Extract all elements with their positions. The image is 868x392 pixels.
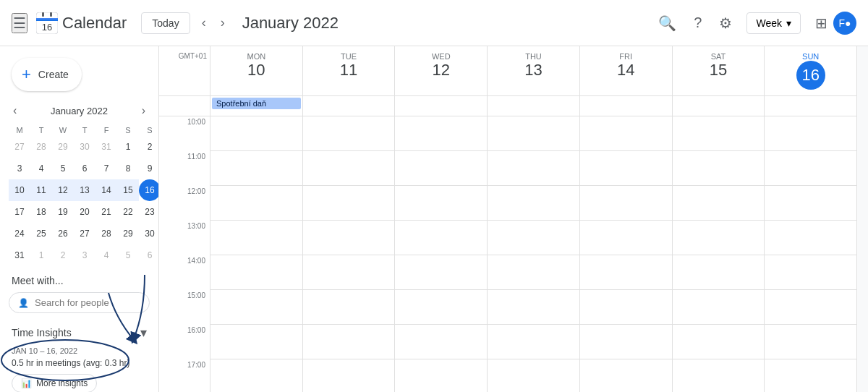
mini-cal-day[interactable]: 15 [117, 179, 139, 201]
hour-mon-10 [210, 116, 302, 151]
mini-cal-day[interactable]: 12 [52, 179, 74, 201]
grid-col-sat[interactable] [672, 116, 765, 392]
mini-cal-day[interactable]: 3 [74, 244, 95, 266]
search-icon[interactable]: 🔍 [652, 9, 682, 38]
day-header-fri[interactable]: FRI 14 [579, 46, 672, 95]
mini-cal-day[interactable]: 30 [74, 136, 95, 158]
mini-cal-day[interactable]: 28 [95, 223, 117, 244]
mini-cal-day[interactable]: 21 [95, 201, 117, 223]
chevron-down-icon: ▾ [786, 17, 791, 29]
hour-mon-13 [210, 221, 302, 255]
create-button[interactable]: + Create [12, 58, 82, 91]
more-insights-button[interactable]: 📊 More insights [12, 374, 97, 392]
mini-cal-day[interactable]: 16 [139, 179, 159, 201]
help-icon[interactable]: ? [688, 9, 707, 37]
day-num-sun: 16 [796, 61, 825, 90]
settings-icon[interactable]: ⚙ [713, 9, 738, 38]
all-day-label [159, 96, 210, 116]
today-button[interactable]: Today [141, 12, 190, 34]
mini-cal-day[interactable]: 19 [52, 201, 74, 223]
mini-cal-day[interactable]: 4 [95, 244, 117, 266]
grid-col-sun[interactable] [764, 116, 856, 392]
mini-cal-day[interactable]: 23 [139, 201, 159, 223]
mini-cal-day[interactable]: 2 [52, 244, 74, 266]
day-header-sun[interactable]: SUN 16 [764, 46, 856, 95]
all-day-cell-wed[interactable] [394, 96, 487, 116]
mini-cal-prev[interactable]: ‹ [9, 103, 21, 119]
day-header-tue[interactable]: TUE 11 [302, 46, 395, 95]
day-header-wed[interactable]: WED 12 [394, 46, 487, 95]
mini-cal-day[interactable]: 2 [139, 136, 159, 158]
day-name-fri: FRI [583, 52, 669, 61]
insights-stat: 0.5 hr in meetings (avg: 0.3 hr) [0, 358, 158, 374]
mini-cal-day[interactable]: 6 [139, 244, 159, 266]
mini-cal-day[interactable]: 20 [74, 201, 95, 223]
search-people-input[interactable] [35, 297, 140, 308]
mini-cal-day[interactable]: 4 [30, 158, 52, 179]
app-wrapper: ☰ 16 Calendar Today ‹ › January 2022 🔍 ?… [0, 0, 868, 392]
mini-cal-next[interactable]: › [137, 103, 150, 119]
menu-icon[interactable]: ☰ [12, 13, 27, 33]
mini-cal-day[interactable]: 22 [117, 201, 139, 223]
mini-cal-day[interactable]: 7 [95, 158, 117, 179]
day-num-sat: 15 [676, 61, 762, 80]
mini-cal-day[interactable]: 31 [95, 136, 117, 158]
next-arrow[interactable]: › [215, 12, 231, 33]
mini-cal-day[interactable]: 1 [117, 136, 139, 158]
mini-cal-day[interactable]: 26 [52, 223, 74, 244]
time-label-15: 15:00 [159, 290, 210, 325]
grid-col-tue[interactable] [302, 116, 395, 392]
day-header-mon[interactable]: MON 10 [210, 46, 302, 95]
mini-cal-day[interactable]: 8 [117, 158, 139, 179]
mini-cal-day[interactable]: 18 [30, 201, 52, 223]
day-header-sat[interactable]: SAT 15 [672, 46, 765, 95]
day-name-tue: TUE [306, 52, 392, 61]
grid-col-thu[interactable] [487, 116, 579, 392]
mini-cal-day[interactable]: 25 [30, 223, 52, 244]
all-day-cell-mon[interactable]: Spotřební daň [210, 96, 302, 116]
svg-text:16: 16 [42, 22, 52, 33]
day-header-thu[interactable]: THU 13 [487, 46, 579, 95]
grid-col-wed[interactable] [394, 116, 487, 392]
mini-cal-day[interactable]: 17 [9, 201, 30, 223]
time-label-12: 12:00 [159, 186, 210, 221]
all-day-cell-tue[interactable] [302, 96, 395, 116]
all-day-event[interactable]: Spotřební daň [212, 98, 301, 109]
mini-cal-day[interactable]: 29 [52, 136, 74, 158]
mini-cal-day[interactable]: 3 [9, 158, 30, 179]
all-day-cell-sun[interactable] [764, 96, 856, 116]
all-day-cell-thu[interactable] [487, 96, 579, 116]
grid-col-mon[interactable] [210, 116, 302, 392]
mini-cal-day[interactable]: 5 [52, 158, 74, 179]
day-name-wed: WED [398, 52, 484, 61]
mini-cal-day[interactable]: 27 [9, 136, 30, 158]
mini-cal-day[interactable]: 30 [139, 223, 159, 244]
grid-col-fri[interactable] [579, 116, 672, 392]
mini-cal-grid: M T W T F S S 27282930311234567891011121… [9, 124, 159, 266]
mini-cal-day[interactable]: 13 [74, 179, 95, 201]
all-day-cell-fri[interactable] [579, 96, 672, 116]
calendar-area: GMT+01 MON 10 TUE 11 WED 12 THU 13 [159, 46, 856, 392]
mini-cal-day[interactable]: 28 [30, 136, 52, 158]
search-people-box[interactable]: 👤 [9, 292, 150, 313]
mini-cal-day[interactable]: 9 [139, 158, 159, 179]
grid-view-icon[interactable]: ⊞ [809, 9, 833, 38]
mini-calendar: ‹ January 2022 › M T W T F S S [0, 103, 158, 266]
mini-cal-day[interactable]: 14 [95, 179, 117, 201]
mini-cal-day[interactable]: 5 [117, 244, 139, 266]
collapse-insights-button[interactable]: ▾ [140, 325, 147, 341]
all-day-cell-sat[interactable] [672, 96, 765, 116]
mini-cal-day[interactable]: 11 [30, 179, 52, 201]
mini-cal-day[interactable]: 10 [9, 179, 30, 201]
avatar[interactable]: F● [833, 12, 856, 35]
page-title: January 2022 [242, 14, 653, 33]
mini-cal-day[interactable]: 24 [9, 223, 30, 244]
mini-cal-day[interactable]: 6 [74, 158, 95, 179]
mini-cal-day[interactable]: 29 [117, 223, 139, 244]
week-selector[interactable]: Week ▾ [746, 12, 801, 34]
mini-cal-day[interactable]: 27 [74, 223, 95, 244]
weekday-w: W [52, 124, 74, 136]
mini-cal-day[interactable]: 1 [30, 244, 52, 266]
prev-arrow[interactable]: ‹ [196, 12, 212, 33]
mini-cal-day[interactable]: 31 [9, 244, 30, 266]
